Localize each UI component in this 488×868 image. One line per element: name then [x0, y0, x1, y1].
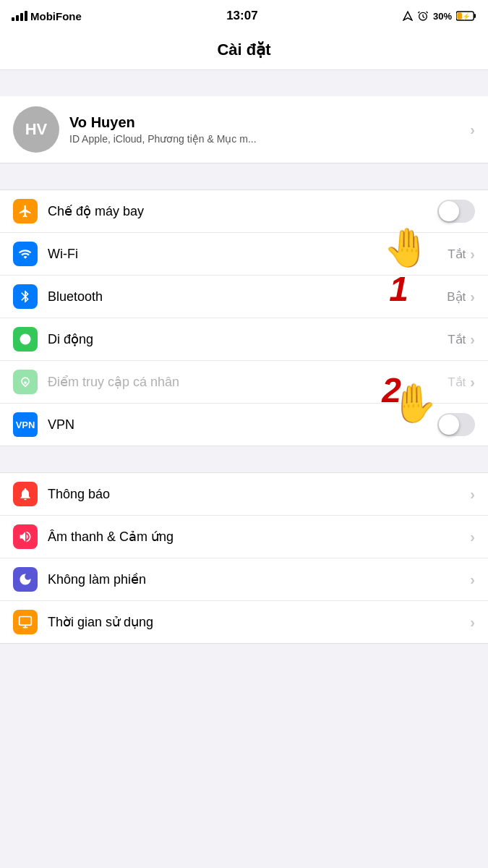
profile-row[interactable]: HV Vo Huyen ID Apple, iCloud, Phương tiệ… [0, 96, 488, 163]
hotspot-icon-bg [13, 370, 38, 394]
status-time: 13:07 [226, 9, 257, 23]
status-bar: MobiFone 13:07 30% ⚡ [0, 0, 488, 32]
sounds-chevron: › [470, 529, 475, 545]
hotspot-value-area: Tắt › [448, 374, 475, 391]
notifications-icon [18, 487, 33, 501]
battery-icon: ⚡ [456, 11, 476, 21]
hotspot-chevron: › [470, 374, 475, 391]
dnd-icon-bg [13, 567, 38, 592]
vpn-toggle-knob [439, 414, 459, 435]
bluetooth-value: Bật [447, 289, 466, 305]
vpn-icon-bg: VPN [13, 412, 38, 437]
svg-line-2 [418, 12, 419, 13]
airplane-icon-bg [13, 199, 38, 224]
vpn-toggle[interactable] [437, 413, 475, 436]
airplane-toggle[interactable] [437, 200, 475, 223]
vpn-toggle-area [437, 413, 475, 436]
svg-marker-0 [403, 12, 412, 20]
sounds-label: Âm thanh & Cảm ứng [48, 529, 470, 545]
connectivity-group: Chế độ máy bay Wi-Fi Tắt › [0, 190, 488, 446]
airplane-toggle-area [437, 200, 475, 223]
status-right: 30% ⚡ [403, 10, 476, 22]
vpn-label: VPN [48, 417, 437, 433]
screentime-icon-bg [13, 610, 38, 634]
hotspot-label: Điểm truy cập cá nhân [48, 374, 448, 390]
svg-text:⚡: ⚡ [462, 12, 471, 21]
wifi-item[interactable]: Wi-Fi Tắt › [0, 233, 488, 276]
cellular-value: Tắt [448, 332, 466, 347]
notifications-item[interactable]: Thông báo › [0, 473, 488, 516]
battery-percent: 30% [433, 11, 452, 22]
carrier-name: MobiFone [30, 10, 82, 22]
page-title: Cài đặt [0, 41, 488, 59]
wifi-chevron: › [470, 246, 475, 263]
bluetooth-label: Bluetooth [48, 289, 447, 305]
wifi-icon-bg [13, 242, 38, 266]
svg-rect-9 [20, 617, 32, 626]
notifications-icon-bg [13, 482, 38, 506]
airplane-mode-label: Chế độ máy bay [48, 203, 437, 219]
profile-name: Vo Huyen [69, 114, 470, 131]
wifi-icon [18, 247, 33, 261]
vpn-item[interactable]: VPN VPN [0, 404, 488, 446]
wifi-value-area: Tắt › [448, 246, 475, 263]
sounds-icon [18, 529, 33, 544]
screentime-right: › [470, 614, 475, 631]
alarm-icon [417, 10, 429, 22]
hotspot-icon [18, 375, 33, 389]
cellular-label: Di động [48, 331, 448, 347]
screentime-label: Thời gian sử dụng [48, 614, 470, 630]
bluetooth-value-area: Bật › [447, 289, 475, 305]
sounds-item[interactable]: Âm thanh & Cảm ứng › [0, 516, 488, 558]
screentime-icon [18, 615, 33, 629]
profile-info: Vo Huyen ID Apple, iCloud, Phương tiện &… [69, 114, 470, 145]
profile-chevron: › [470, 122, 475, 138]
cellular-item[interactable]: Di động Tắt › [0, 318, 488, 361]
cellular-value-area: Tắt › [448, 331, 475, 348]
location-icon [403, 11, 413, 21]
hotspot-item[interactable]: Điểm truy cập cá nhân Tắt › [0, 361, 488, 404]
notifications-chevron: › [470, 486, 475, 503]
bluetooth-chevron: › [470, 289, 475, 305]
sounds-right: › [470, 529, 475, 545]
screentime-item[interactable]: Thời gian sử dụng › [0, 601, 488, 643]
wifi-label: Wi-Fi [48, 247, 448, 262]
dnd-icon [18, 572, 33, 587]
svg-rect-6 [457, 12, 462, 19]
airplane-icon [18, 204, 33, 218]
cellular-icon [18, 332, 33, 346]
svg-line-3 [427, 12, 428, 13]
page-title-bar: Cài đặt [0, 32, 488, 70]
dnd-item[interactable]: Không làm phiền › [0, 558, 488, 601]
avatar: HV [13, 106, 59, 153]
svg-rect-5 [474, 14, 476, 18]
wifi-value: Tắt [448, 247, 466, 262]
hotspot-value: Tắt [448, 375, 466, 390]
airplane-toggle-knob [439, 201, 459, 221]
cellular-icon-bg [13, 327, 38, 352]
bluetooth-icon [18, 289, 33, 304]
vpn-text-icon: VPN [16, 420, 35, 430]
sounds-icon-bg [13, 524, 38, 549]
dnd-label: Không làm phiền [48, 571, 470, 587]
notifications-label: Thông báo [48, 487, 470, 502]
notifications-right: › [470, 486, 475, 503]
dnd-chevron: › [470, 571, 475, 588]
general-group: Thông báo › Âm thanh & Cảm ứng › Không l… [0, 472, 488, 644]
status-left: MobiFone [12, 10, 82, 22]
signal-bars [12, 11, 27, 21]
dnd-right: › [470, 571, 475, 588]
bluetooth-item[interactable]: Bluetooth Bật › [0, 276, 488, 318]
airplane-mode-item[interactable]: Chế độ máy bay [0, 190, 488, 233]
cellular-chevron: › [470, 331, 475, 348]
bluetooth-icon-bg [13, 284, 38, 309]
profile-subtitle: ID Apple, iCloud, Phương tiện & Mục m... [69, 133, 470, 145]
screentime-chevron: › [470, 614, 475, 631]
